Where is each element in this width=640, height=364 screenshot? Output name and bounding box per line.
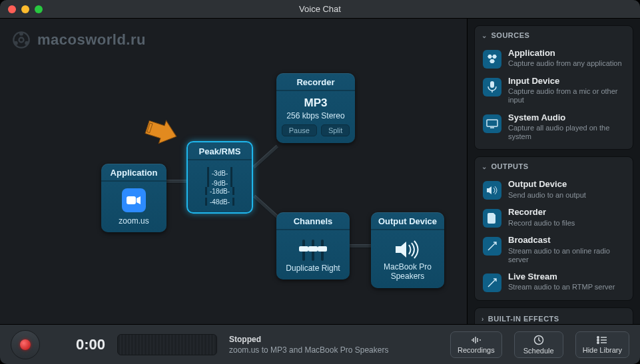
broadcast-icon (483, 237, 501, 256)
library-sidebar: ⌄SOURCES ApplicationCapture audio from a… (467, 19, 640, 324)
maximize-icon[interactable] (35, 5, 43, 13)
app-icon (483, 50, 501, 69)
traffic-lights (0, 5, 43, 13)
output-recorder[interactable]: RecorderRecord audio to files (479, 204, 629, 232)
panel-header[interactable]: ›BUILT-IN EFFECTS (475, 308, 633, 324)
pause-button[interactable]: Pause (282, 124, 317, 136)
node-header: Recorder (276, 73, 355, 91)
recordings-button[interactable]: Recordings (450, 331, 502, 358)
hide-library-button[interactable]: Hide Library (575, 331, 629, 358)
titlebar: Voice Chat (0, 0, 640, 19)
file-icon (483, 209, 501, 228)
close-icon[interactable] (8, 5, 16, 13)
panel-header[interactable]: ⌄SOURCES (475, 26, 633, 45)
source-application[interactable]: ApplicationCapture audio from any applic… (479, 45, 629, 73)
peak-level: -18dB- (210, 188, 230, 195)
chevron-down-icon: ⌄ (481, 163, 487, 170)
mic-icon (483, 78, 501, 96)
svg-rect-8 (487, 120, 497, 126)
channel-sliders-icon (282, 234, 344, 264)
svg-rect-5 (127, 196, 136, 204)
record-button[interactable] (11, 330, 40, 359)
node-channels[interactable]: Channels Duplicate Right (276, 212, 350, 279)
output-output-device[interactable]: Output DeviceSend audio to an output (479, 176, 629, 204)
app-window: Voice Chat macosworld.ru Applic (0, 0, 640, 364)
svg-point-12 (597, 339, 599, 340)
timer: 0:00 (52, 336, 105, 353)
output-broadcast[interactable]: BroadcastStream audio to an online radio… (479, 232, 629, 268)
level-meter (117, 334, 217, 355)
svg-point-2 (20, 33, 23, 35)
svg-point-3 (25, 42, 28, 45)
panel-header[interactable]: ⌄OUTPUTS (475, 157, 633, 176)
speaker-icon (483, 181, 501, 200)
watermark: macosworld.ru (12, 31, 146, 49)
svg-point-11 (597, 336, 599, 337)
chevron-down-icon: ⌄ (481, 32, 487, 39)
channels-mode: Duplicate Right (282, 264, 344, 273)
node-header: Channels (276, 212, 350, 230)
stream-icon (483, 273, 501, 292)
source-input-device[interactable]: Input DeviceCapture audio from a mic or … (479, 73, 629, 109)
split-button[interactable]: Split (321, 124, 350, 136)
connector (252, 195, 279, 220)
svg-point-13 (597, 341, 599, 343)
node-header: Peak/RMS (188, 142, 252, 160)
globe-icon (12, 31, 31, 49)
node-header: Application (101, 164, 166, 182)
arrow-annotation-icon (144, 118, 184, 149)
connector (252, 145, 279, 170)
schedule-button[interactable]: Schedule (514, 331, 563, 358)
node-peak-rms[interactable]: Peak/RMS -3dB- -9dB- -18dB- -48dB- (186, 141, 253, 214)
status-detail: zoom.us to MP3 and MacBook Pro Speakers (229, 345, 388, 355)
zoom-app-icon (122, 188, 146, 212)
node-output-device[interactable]: Output Device MacBook Pro Speakers (371, 212, 444, 288)
chevron-right-icon: › (481, 315, 484, 323)
recorder-quality: 256 kbps Stereo (282, 111, 350, 120)
node-label: zoom.us (107, 216, 161, 226)
source-system-audio[interactable]: System AudioCapture all audio played on … (479, 109, 629, 146)
node-recorder[interactable]: Recorder MP3 256 kbps Stereo Pause Split (276, 73, 355, 143)
svg-point-1 (19, 38, 24, 43)
speaker-icon (376, 234, 439, 262)
window-title: Voice Chat (0, 4, 640, 14)
list-icon (596, 335, 608, 345)
footer: 0:00 Stopped zoom.us to MP3 and MacBook … (0, 324, 640, 364)
output-live-stream[interactable]: Live StreamStream audio to an RTMP serve… (479, 268, 629, 296)
panel-effects[interactable]: ›BUILT-IN EFFECTS (474, 307, 633, 324)
recorder-format: MP3 (282, 96, 350, 110)
peak-level: -48dB- (210, 198, 230, 206)
peak-level: -3dB- (212, 170, 228, 177)
clock-icon (533, 335, 544, 345)
monitor-icon (483, 114, 501, 133)
node-header: Output Device (371, 212, 444, 230)
status-state: Stopped (229, 335, 388, 344)
panel-sources: ⌄SOURCES ApplicationCapture audio from a… (474, 25, 633, 150)
panel-outputs: ⌄OUTPUTS Output DeviceSend audio to an o… (474, 156, 633, 301)
svg-rect-6 (490, 81, 494, 88)
svg-point-4 (15, 42, 17, 45)
watermark-text: macosworld.ru (37, 31, 146, 49)
record-icon (20, 339, 31, 350)
canvas[interactable]: macosworld.ru Application (0, 19, 467, 324)
waveform-icon (470, 335, 482, 345)
node-application[interactable]: Application zoom.us (101, 164, 166, 232)
peak-level: -9dB- (212, 180, 228, 187)
status: Stopped zoom.us to MP3 and MacBook Pro S… (229, 335, 388, 355)
output-device-label: MacBook Pro Speakers (376, 262, 439, 281)
minimize-icon[interactable] (21, 5, 29, 13)
